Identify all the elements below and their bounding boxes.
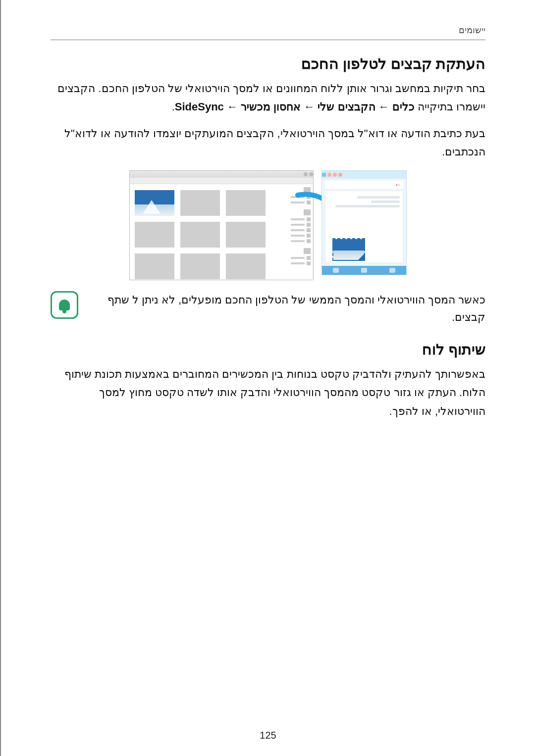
copy-files-paragraph-1: בחר תיקיות במחשב וגרור אותן ללוח המחווני…: [51, 79, 485, 116]
phone-navbar: [322, 266, 406, 275]
folder-label: [291, 218, 305, 220]
thumbnail: [226, 253, 266, 279]
breadcrumb: יישומים: [51, 25, 485, 36]
folder-icon: [307, 201, 311, 204]
thumbnail: [180, 253, 220, 279]
window-dot-icon: [338, 173, 342, 177]
thumbnail: [226, 222, 266, 248]
folder-icon: [307, 228, 311, 232]
close-icon: [322, 173, 326, 177]
folder-label: [291, 257, 305, 259]
phone-body: [325, 191, 403, 263]
path-sidesync: SideSync: [175, 101, 224, 113]
folder-label: [291, 240, 305, 242]
folder-icon: [307, 234, 311, 238]
pc-window: [129, 170, 314, 280]
arrow: ←: [375, 101, 392, 113]
back-icon: [333, 268, 339, 273]
pc-toolbar: [130, 178, 313, 184]
back-arrow-icon: ←: [394, 181, 401, 189]
folder-icon: [307, 261, 311, 265]
section-title-clipboard-share: שיתוף לוח: [51, 341, 485, 358]
phone-content-lines: [325, 191, 403, 212]
clipboard-share-paragraph: באפשרותך להעתיק ולהדביק טקסט בנוחות בין …: [51, 365, 485, 420]
folder-label: [291, 202, 305, 203]
folder-icon: [307, 217, 311, 221]
figure-wrap: ←: [51, 170, 485, 279]
thumbnail-grid: [130, 184, 273, 280]
phone-virtual-screen: ←: [321, 170, 407, 275]
dropped-photo: [332, 238, 365, 261]
window-dot-icon: [327, 173, 331, 177]
figure-drag-file: ←: [129, 170, 407, 279]
arrow: ←: [224, 101, 241, 113]
phone-header: ←: [325, 181, 403, 189]
window-dot-icon: [333, 173, 337, 177]
folder-label: [291, 262, 305, 264]
folder-icon: [307, 223, 311, 227]
divider: [51, 40, 485, 40]
path-device-storage: אחסון מכשיר: [241, 101, 301, 113]
folder-label: [291, 229, 305, 231]
pc-titlebar: [130, 171, 313, 178]
thumbnail: [135, 253, 174, 279]
folder-label: [291, 224, 305, 226]
thumbnail: [226, 190, 266, 216]
folder-icon: [307, 239, 311, 243]
page-number: 125: [260, 730, 276, 741]
note-callout: כאשר המסך הווירטואלי והמסך הממשי של הטלפ…: [51, 291, 485, 326]
path-my-files: הקבצים שלי: [318, 101, 375, 113]
folder-label: [291, 196, 305, 198]
copy-files-paragraph-2: בעת כתיבת הודעה או דוא"ל במסך הוירטואלי,…: [51, 124, 485, 161]
section-title-copy-files: העתקת קבצים לטלפון החכם: [51, 55, 485, 72]
folder-icon: [304, 209, 311, 215]
note-text: כאשר המסך הווירטואלי והמסך הממשי של הטלפ…: [86, 291, 485, 326]
bell-icon: [59, 300, 70, 310]
thumbnail: [180, 190, 220, 216]
folder-label: [291, 235, 305, 237]
folder-icon: [307, 195, 311, 199]
page: יישומים העתקת קבצים לטלפון החכם בחר תיקי…: [0, 0, 535, 756]
thumbnail: [180, 222, 220, 248]
pc-body: [130, 184, 313, 280]
arrow: ←: [301, 101, 318, 113]
recent-apps-icon: [389, 268, 395, 273]
folder-icon: [304, 187, 311, 193]
folder-icon: [307, 256, 311, 260]
thumbnail: [135, 222, 174, 248]
thumbnail-photo: [135, 190, 174, 216]
folder-icon: [304, 248, 311, 254]
phone-titlebar: [322, 171, 406, 179]
window-button-icon: [309, 172, 313, 176]
file-tree-sidebar: [273, 184, 313, 280]
window-button-icon: [304, 172, 308, 176]
note-icon-frame: [51, 291, 78, 319]
home-icon: [361, 268, 367, 273]
path-tools: כלים: [392, 101, 415, 113]
